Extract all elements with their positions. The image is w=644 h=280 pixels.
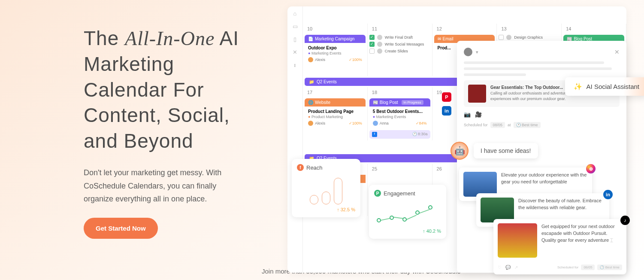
- avatar-icon: [377, 49, 382, 54]
- card-blogpost2[interactable]: 5 Best Outdoor Events... ● Marketing Eve…: [369, 107, 430, 128]
- task-item[interactable]: Write Social Messages: [369, 42, 430, 47]
- hero-title: The All-In-One AI Marketing Calendar For…: [84, 26, 257, 154]
- bot-bubble: I have some ideas!: [474, 143, 538, 158]
- attachment-icons: 📷 🎥: [464, 111, 620, 118]
- reach-stat-card: fReach ↑ 32.5 %: [292, 159, 360, 217]
- calendar-icon[interactable]: ▭: [292, 23, 299, 30]
- preview-thumb: [468, 85, 486, 103]
- time-pill[interactable]: 🕐 Best time: [597, 265, 622, 270]
- day-header: 11: [368, 24, 432, 34]
- ai-social-assistant-pill[interactable]: AI Social Assistant: [565, 77, 644, 96]
- checkbox-icon[interactable]: [369, 35, 375, 40]
- title-pre: The: [84, 27, 125, 49]
- date-pill[interactable]: 08/05: [581, 265, 595, 270]
- camera-icon[interactable]: 📷: [464, 111, 471, 118]
- avatar-icon: [377, 35, 382, 40]
- avatar-icon: [373, 121, 378, 126]
- progress-pct: ✓84%: [416, 121, 427, 125]
- sparkle-icon: [574, 82, 582, 91]
- time-pill[interactable]: 🕐 Best time: [514, 122, 541, 128]
- card-sub: Marketing Events: [311, 51, 342, 55]
- card-sub: Marketing Events: [376, 115, 406, 119]
- reach-bars: [297, 174, 355, 204]
- reach-delta: ↑ 32.5 %: [297, 207, 355, 212]
- day-header: 17: [303, 87, 368, 97]
- suggestion-card[interactable]: Get equipped for your next outdoor escap…: [493, 219, 626, 274]
- chevron-down-icon[interactable]: ▾: [476, 49, 478, 55]
- video-icon[interactable]: 🎥: [475, 111, 482, 118]
- hero-subheading: Don't let your marketing get messy. With…: [84, 166, 238, 206]
- home-icon[interactable]: ⌂: [292, 10, 299, 17]
- day-header: 25: [368, 164, 432, 174]
- linkedin-icon: in: [442, 106, 451, 116]
- facebook-icon: f: [297, 164, 304, 171]
- card-title: Product Landing Page: [308, 109, 354, 114]
- card-blogpost2-header[interactable]: 📰 Blog PostIn Progress: [369, 98, 430, 107]
- suggestion-text: Get equipped for your next outdoor escap…: [541, 224, 615, 243]
- preview-title: Gear Essentials: The Top Outdoor...: [490, 85, 563, 90]
- owner: Alexis: [315, 58, 325, 62]
- card-title: 5 Best Outdoor Events...: [373, 109, 423, 114]
- social-slot[interactable]: f 🕐 8:30a: [369, 130, 430, 139]
- checkbox-icon[interactable]: [499, 35, 504, 40]
- linkedin-icon: in: [603, 190, 613, 199]
- day-header: 18: [368, 87, 432, 97]
- engagement-stat-card: PEngagement ↑ 40.2 %: [369, 185, 446, 239]
- avatar-icon: [377, 42, 382, 47]
- day-header: 13: [497, 24, 562, 34]
- avatar-icon: [308, 121, 313, 126]
- task-item[interactable]: Create Slides: [369, 49, 430, 54]
- card-marketing-campaign[interactable]: Outdoor Expo ● Marketing Events Alexis✓1…: [305, 43, 366, 65]
- engagement-delta: ↑ 40.2 %: [374, 228, 441, 234]
- book-icon[interactable]: ▯: [292, 36, 299, 43]
- owner: Alexis: [315, 121, 325, 125]
- sidebar-rail: ⌂ ▭ ▯ ✕ ⫾: [287, 6, 303, 273]
- reaction-icons: ♡ 💬 ↗: [498, 265, 519, 270]
- card-website[interactable]: Product Landing Page ● Product Marketing…: [305, 107, 366, 128]
- card-marketing-campaign-header[interactable]: 📄 Marketing Campaign: [305, 35, 366, 43]
- task-item[interactable]: Design Graphics: [499, 35, 559, 40]
- checkbox-icon[interactable]: [369, 42, 375, 47]
- status-badge: In Progress: [402, 100, 423, 105]
- schedule-row: Scheduled for 08/05 at 🕐 Best time: [464, 122, 620, 128]
- ai-bot: 🤖 I have some ideas!: [450, 142, 538, 160]
- pinterest-icon: P: [442, 92, 451, 102]
- facebook-icon: f: [372, 132, 377, 137]
- close-icon[interactable]: ✕: [614, 49, 620, 55]
- engagement-line: [374, 200, 441, 226]
- tiktok-icon: ♪: [620, 216, 630, 225]
- social-icon-stack: P in: [442, 92, 451, 116]
- instagram-icon: ⊚: [586, 164, 596, 173]
- day-header: 10: [303, 24, 368, 34]
- card-sub: Product Marketing: [311, 115, 343, 119]
- thumb: [498, 223, 537, 258]
- get-started-button[interactable]: Get Started Now: [84, 218, 158, 239]
- stat-label: Reach: [306, 164, 323, 171]
- progress-pct: ✓100%: [349, 58, 362, 62]
- bot-avatar-icon: 🤖: [450, 142, 469, 160]
- shuffle-icon[interactable]: ✕: [292, 49, 299, 55]
- avatar-icon: [464, 48, 472, 56]
- task-item[interactable]: Write Final Draft: [369, 35, 430, 40]
- card-title: Outdoor Expo: [308, 46, 337, 50]
- avatar-icon: [506, 35, 511, 40]
- card-title: Prod...: [438, 46, 451, 50]
- pinterest-icon: P: [374, 190, 381, 197]
- owner: Anna: [380, 121, 389, 125]
- progress-pct: ✓100%: [349, 121, 362, 125]
- day-header: 12: [432, 24, 497, 34]
- text-cursor-icon: ⌶: [610, 237, 613, 243]
- checkbox-icon[interactable]: [369, 49, 375, 54]
- stat-label: Engagement: [384, 190, 415, 197]
- day-header: 14: [562, 24, 626, 34]
- title-emphasis: All-In-One: [125, 27, 215, 49]
- date-pill[interactable]: 08/05: [490, 122, 505, 128]
- stats-icon[interactable]: ⫾: [292, 61, 299, 68]
- card-website-header[interactable]: 🌐 Website: [305, 98, 366, 107]
- avatar-icon: [308, 57, 313, 62]
